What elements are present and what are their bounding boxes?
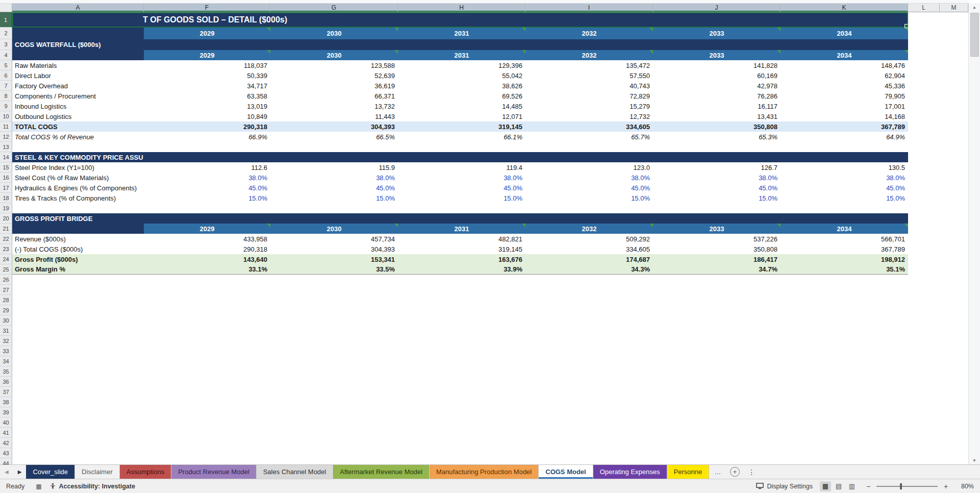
cell-J5[interactable]: 141,828 bbox=[653, 60, 781, 70]
cell-J25[interactable]: 34.7% bbox=[653, 264, 781, 275]
cell-J23[interactable]: 350,808 bbox=[653, 244, 781, 254]
empty-row-33[interactable] bbox=[12, 346, 968, 356]
row-header-39[interactable]: 39 bbox=[0, 407, 12, 417]
cell-A9[interactable]: Inbound Logistics bbox=[12, 101, 144, 111]
row-header-22[interactable]: 22 bbox=[0, 234, 12, 244]
row-header-18[interactable]: 18 bbox=[0, 193, 12, 203]
tab-manufacturing-production-model[interactable]: Manufacturing Production Model bbox=[430, 465, 539, 479]
cell-A10[interactable]: Outbound Logistics bbox=[12, 111, 144, 121]
tab-scroll-right-icon[interactable]: ▶ bbox=[13, 465, 27, 479]
cell-F24[interactable]: 143,640 bbox=[144, 254, 270, 264]
accessibility-status[interactable]: Accessibility: Investigate bbox=[49, 483, 135, 490]
section-header-3[interactable]: COGS WATERFALL ($000s) bbox=[12, 39, 908, 50]
tab-aftermarket-revenue-model[interactable]: Aftermarket Revenue Model bbox=[333, 465, 430, 479]
row-header-24[interactable]: 24 bbox=[0, 254, 12, 264]
row-header-7[interactable]: 7 bbox=[0, 81, 12, 91]
year-header-2032[interactable]: 2032 bbox=[525, 224, 653, 234]
year-header-2033[interactable]: 2033 bbox=[653, 50, 781, 60]
cell-J8[interactable]: 76,286 bbox=[653, 91, 781, 101]
cell-G9[interactable]: 13,732 bbox=[270, 101, 398, 111]
cell-K8[interactable]: 79,905 bbox=[781, 91, 908, 101]
row-header-30[interactable]: 30 bbox=[0, 315, 12, 326]
cell-J6[interactable]: 60,169 bbox=[653, 70, 781, 81]
cell-H6[interactable]: 55,042 bbox=[398, 70, 525, 81]
cell-I5[interactable]: 135,472 bbox=[525, 60, 653, 70]
cell-F22[interactable]: 433,958 bbox=[144, 234, 270, 244]
row-header-43[interactable]: 43 bbox=[0, 448, 12, 458]
cell-A24[interactable]: Gross Profit ($000s) bbox=[12, 254, 144, 264]
scroll-up-icon[interactable]: ▲ bbox=[969, 3, 980, 11]
row-header-2[interactable]: 2 bbox=[0, 28, 12, 39]
col-header-J[interactable]: J bbox=[653, 3, 781, 12]
cell-F10[interactable]: 10,849 bbox=[144, 111, 270, 121]
cell-H12[interactable]: 66.1% bbox=[398, 132, 525, 142]
scroll-down-icon[interactable]: ▼ bbox=[969, 456, 980, 464]
cell-A17[interactable]: Hydraulics & Engines (% of Components) bbox=[12, 183, 144, 193]
col-header-M[interactable]: M bbox=[940, 3, 968, 12]
cell-H17[interactable]: 45.0% bbox=[398, 183, 525, 193]
row-header-8[interactable]: 8 bbox=[0, 91, 12, 101]
cell-K16[interactable]: 38.0% bbox=[781, 172, 908, 183]
cell-I15[interactable]: 123.0 bbox=[525, 162, 653, 172]
cell-K15[interactable]: 130.5 bbox=[781, 162, 908, 172]
cell-A2[interactable] bbox=[12, 28, 144, 39]
page-break-preview-button[interactable]: ▥ bbox=[846, 481, 858, 491]
row-header-38[interactable]: 38 bbox=[0, 397, 12, 407]
empty-row-35[interactable] bbox=[12, 366, 968, 377]
cell-F17[interactable]: 45.0% bbox=[144, 183, 270, 193]
cell-A15[interactable]: Steel Price Index (Y1=100) bbox=[12, 162, 144, 172]
zoom-slider[interactable] bbox=[876, 486, 938, 487]
year-header-2033[interactable]: 2033 bbox=[653, 28, 781, 39]
cell-G8[interactable]: 66,371 bbox=[270, 91, 398, 101]
empty-row-27[interactable] bbox=[12, 285, 968, 295]
empty-row-13[interactable] bbox=[12, 142, 968, 152]
row-header-23[interactable]: 23 bbox=[0, 244, 12, 254]
cell-G15[interactable]: 115.9 bbox=[270, 162, 398, 172]
cell-K5[interactable]: 148,476 bbox=[781, 60, 908, 70]
cell-A16[interactable]: Steel Cost (% of Raw Materials) bbox=[12, 172, 144, 183]
cell-I23[interactable]: 334,605 bbox=[525, 244, 653, 254]
cell-K22[interactable]: 566,701 bbox=[781, 234, 908, 244]
col-header-L[interactable]: L bbox=[908, 3, 940, 12]
cell-K25[interactable]: 35.1% bbox=[781, 264, 908, 275]
empty-row-43[interactable] bbox=[12, 448, 968, 458]
cell-H8[interactable]: 69,526 bbox=[398, 91, 525, 101]
zoom-out-button[interactable]: − bbox=[865, 482, 872, 490]
empty-row-42[interactable] bbox=[12, 438, 968, 448]
year-header-2030[interactable]: 2030 bbox=[270, 28, 398, 39]
zoom-slider-thumb[interactable] bbox=[900, 483, 902, 489]
row-header-19[interactable]: 19 bbox=[0, 203, 12, 213]
tab-operating-expenses[interactable]: Operating Expenses bbox=[593, 465, 667, 479]
cell-H25[interactable]: 33.9% bbox=[398, 264, 525, 275]
cell-F5[interactable]: 118,037 bbox=[144, 60, 270, 70]
cell-I25[interactable]: 34.3% bbox=[525, 264, 653, 275]
cell-I12[interactable]: 65.7% bbox=[525, 132, 653, 142]
cell-J15[interactable]: 126.7 bbox=[653, 162, 781, 172]
scrollbar-thumb[interactable] bbox=[970, 13, 979, 57]
row-header-32[interactable]: 32 bbox=[0, 336, 12, 346]
year-header-2032[interactable]: 2032 bbox=[525, 50, 653, 60]
cell-F16[interactable]: 38.0% bbox=[144, 172, 270, 183]
cell-A12[interactable]: Total COGS % of Revenue bbox=[12, 132, 144, 142]
select-all-corner[interactable] bbox=[0, 3, 12, 12]
row-header-3[interactable]: 3 bbox=[0, 39, 12, 50]
cell-A8[interactable]: Components / Procurement bbox=[12, 91, 144, 101]
row-header-29[interactable]: 29 bbox=[0, 305, 12, 315]
empty-row-30[interactable] bbox=[12, 315, 968, 326]
empty-row-26[interactable] bbox=[12, 275, 968, 285]
cell-F8[interactable]: 63,358 bbox=[144, 91, 270, 101]
cell-I18[interactable]: 15.0% bbox=[525, 193, 653, 203]
cell-I17[interactable]: 45.0% bbox=[525, 183, 653, 193]
tab-disclaimer[interactable]: Disclaimer bbox=[75, 465, 120, 479]
cell-J22[interactable]: 537,226 bbox=[653, 234, 781, 244]
cell-H10[interactable]: 12,071 bbox=[398, 111, 525, 121]
row-header-9[interactable]: 9 bbox=[0, 101, 12, 111]
empty-row-44[interactable] bbox=[12, 458, 968, 464]
cell-H7[interactable]: 38,626 bbox=[398, 81, 525, 91]
cell-F18[interactable]: 15.0% bbox=[144, 193, 270, 203]
year-header-2031[interactable]: 2031 bbox=[398, 28, 525, 39]
row-header-34[interactable]: 34 bbox=[0, 356, 12, 366]
cell-G17[interactable]: 45.0% bbox=[270, 183, 398, 193]
year-header-2030[interactable]: 2030 bbox=[270, 50, 398, 60]
cell-G25[interactable]: 33.5% bbox=[270, 264, 398, 275]
